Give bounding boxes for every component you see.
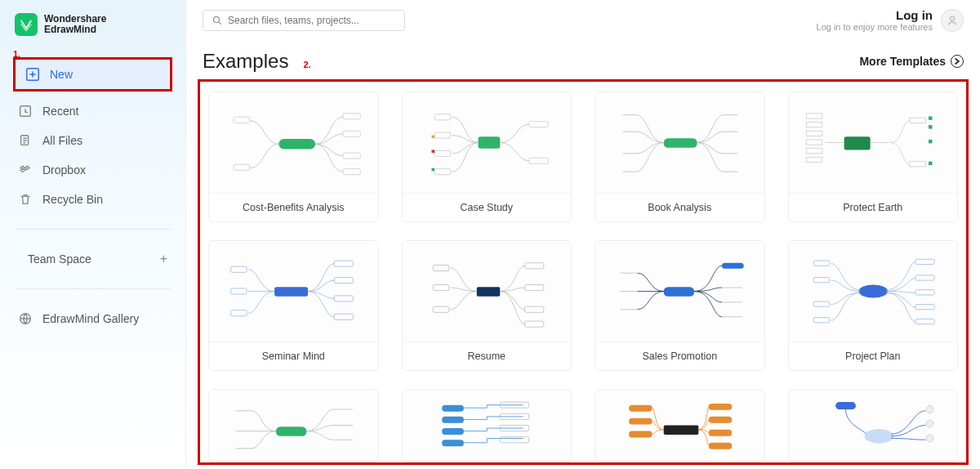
svg-rect-59 <box>813 278 830 283</box>
template-card[interactable] <box>595 389 765 462</box>
sidebar-item-recyclebin[interactable]: Recycle Bin <box>8 185 177 214</box>
svg-rect-61 <box>813 318 830 323</box>
template-card[interactable]: Protect Earth <box>788 92 959 222</box>
svg-rect-17 <box>434 132 451 138</box>
svg-point-7 <box>950 16 954 20</box>
template-thumb <box>403 241 572 342</box>
svg-rect-56 <box>722 263 744 269</box>
svg-rect-60 <box>813 302 830 306</box>
template-thumb <box>209 390 378 462</box>
svg-rect-40 <box>231 266 247 272</box>
svg-rect-27 <box>806 114 822 118</box>
template-card[interactable]: Case Study <box>402 92 572 222</box>
svg-rect-25 <box>664 138 697 148</box>
template-card[interactable]: Book Analysis <box>595 92 765 222</box>
template-card[interactable] <box>402 389 572 462</box>
sidebar-item-teamspace[interactable]: Team Space + <box>8 244 177 274</box>
svg-point-88 <box>926 435 933 442</box>
svg-rect-84 <box>835 402 856 409</box>
svg-rect-55 <box>664 287 694 297</box>
template-thumb <box>403 390 572 462</box>
sidebar-item-gallery[interactable]: EdrawMind Gallery <box>8 304 177 333</box>
svg-rect-76 <box>664 426 699 436</box>
avatar[interactable] <box>941 9 964 32</box>
template-card[interactable] <box>208 389 379 462</box>
svg-rect-78 <box>629 418 652 425</box>
template-thumb <box>209 92 378 194</box>
svg-rect-69 <box>442 417 464 423</box>
svg-rect-31 <box>806 149 822 154</box>
template-card[interactable] <box>788 389 959 462</box>
svg-point-6 <box>213 16 219 22</box>
svg-rect-18 <box>434 150 451 156</box>
svg-rect-42 <box>231 310 247 316</box>
template-title: Book Analysis <box>595 194 764 221</box>
template-card[interactable]: Resume <box>402 240 572 371</box>
highlight-box-examples: Cost-Benefits Analysis <box>198 79 969 465</box>
search-input[interactable] <box>228 15 396 26</box>
svg-rect-43 <box>334 261 353 266</box>
sidebar-item-recent[interactable]: Recent <box>8 96 177 126</box>
clock-icon <box>18 104 33 118</box>
top-bar: Log in Log in to enjoy more features <box>186 0 980 35</box>
svg-rect-58 <box>813 261 830 266</box>
svg-rect-44 <box>334 278 353 284</box>
svg-rect-45 <box>334 296 353 302</box>
template-card[interactable]: Seminar Mind <box>208 240 379 371</box>
svg-rect-49 <box>433 284 449 290</box>
svg-rect-81 <box>709 417 732 423</box>
sidebar-item-new[interactable]: New <box>16 60 170 89</box>
sidebar-item-label: Team Space <box>28 252 91 266</box>
sidebar-item-label: New <box>50 68 73 81</box>
template-title: Project Plan <box>789 342 958 370</box>
svg-rect-36 <box>929 125 932 128</box>
template-title: Cost-Benefits Analysis <box>209 194 378 221</box>
sidebar: Wondershare EdrawMind 1. New Recent <box>0 0 186 469</box>
svg-rect-80 <box>709 404 732 410</box>
svg-rect-33 <box>909 118 925 123</box>
template-title: Protect Earth <box>789 194 958 221</box>
add-teamspace-button[interactable]: + <box>160 252 167 266</box>
svg-rect-46 <box>334 314 353 319</box>
template-thumb <box>209 241 378 342</box>
template-card[interactable]: Cost-Benefits Analysis <box>208 92 379 222</box>
svg-rect-16 <box>434 114 451 120</box>
svg-rect-75 <box>500 437 529 443</box>
login-button[interactable]: Log in <box>817 8 933 22</box>
svg-rect-79 <box>629 431 652 438</box>
sidebar-item-allfiles[interactable]: All Files <box>8 126 177 155</box>
sidebar-item-label: Recycle Bin <box>42 193 103 206</box>
svg-rect-83 <box>709 443 732 449</box>
user-icon <box>946 14 959 27</box>
template-card[interactable]: Project Plan <box>788 240 959 371</box>
svg-rect-12 <box>343 131 360 136</box>
svg-rect-30 <box>806 140 822 145</box>
search-box[interactable] <box>203 10 405 31</box>
svg-rect-23 <box>431 150 434 153</box>
page-title: Examples <box>203 50 288 73</box>
svg-rect-35 <box>929 116 932 119</box>
arrow-circle-icon <box>951 55 964 68</box>
more-templates-link[interactable]: More Templates <box>859 55 964 68</box>
main-area: Log in Log in to enjoy more features Exa… <box>186 0 980 469</box>
svg-rect-24 <box>431 168 434 172</box>
svg-rect-37 <box>929 140 932 143</box>
template-title: Sales Promotion <box>595 342 764 370</box>
svg-rect-50 <box>433 306 449 312</box>
svg-rect-66 <box>915 319 933 324</box>
annotation-1: 1. <box>13 49 20 59</box>
dropbox-icon <box>18 163 33 177</box>
svg-rect-20 <box>528 122 547 127</box>
svg-rect-67 <box>276 427 306 436</box>
template-card[interactable]: Sales Promotion <box>595 240 765 371</box>
sidebar-item-label: Dropbox <box>42 163 86 176</box>
svg-rect-70 <box>442 428 464 435</box>
svg-rect-11 <box>343 114 360 119</box>
svg-rect-63 <box>915 275 933 280</box>
svg-rect-65 <box>915 305 933 310</box>
sidebar-item-dropbox[interactable]: Dropbox <box>8 155 177 185</box>
trash-icon <box>18 192 33 207</box>
svg-rect-28 <box>806 123 822 127</box>
annotation-2: 2. <box>303 60 310 69</box>
svg-rect-51 <box>524 263 543 269</box>
